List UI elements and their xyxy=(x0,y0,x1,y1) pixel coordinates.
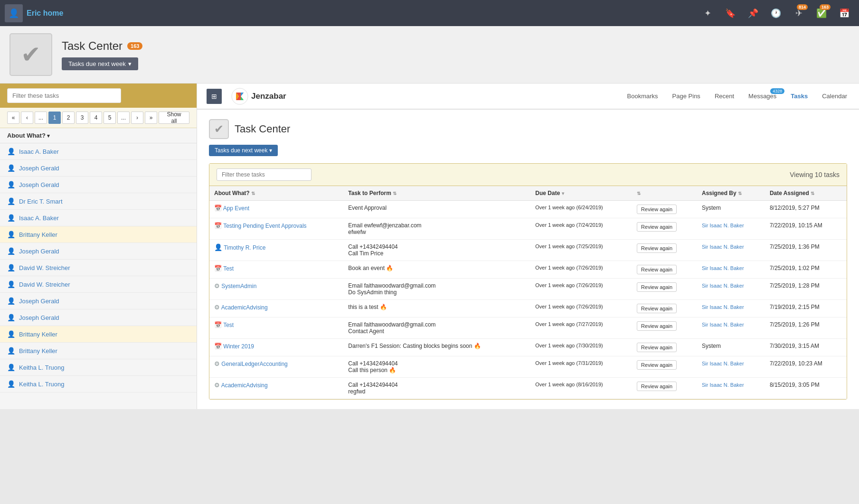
about-what-link[interactable]: Timothy R. Price xyxy=(224,244,265,251)
person-icon: 👤 xyxy=(7,181,15,188)
ellipsis-1[interactable]: ... xyxy=(35,112,47,124)
ellipsis-2[interactable]: ... xyxy=(117,112,130,124)
list-item[interactable]: 👤 Keitha L. Truong xyxy=(0,359,197,376)
tasks-filter-input[interactable] xyxy=(217,168,312,181)
page-1-btn[interactable]: 1 xyxy=(48,112,61,124)
topbar-page-pins[interactable]: Page Pins xyxy=(670,90,703,102)
assigned-by-link[interactable]: Sir Isaac N. Baker xyxy=(702,382,744,388)
col-date-assigned[interactable]: Date Assigned ⇅ xyxy=(765,186,847,201)
checkmark-icon-btn[interactable]: ✅163 xyxy=(812,3,831,23)
about-what-link[interactable]: App Event xyxy=(223,205,249,212)
topbar-calendar[interactable]: Calendar xyxy=(820,90,850,102)
left-panel: « ‹ ... 1 2 3 4 5 ... › » Show all About… xyxy=(0,84,197,409)
assigned-by-link[interactable]: Sir Isaac N. Baker xyxy=(702,283,744,289)
review-again-btn[interactable]: Review again xyxy=(637,205,677,214)
about-what-link[interactable]: AcademicAdvising xyxy=(221,382,268,389)
about-what-link[interactable]: SystemAdmin xyxy=(221,283,256,289)
review-again-btn[interactable]: Review again xyxy=(637,360,677,370)
filter-btn-label: Tasks due next week xyxy=(68,60,126,67)
col-task[interactable]: Task to Perform ⇅ xyxy=(343,186,530,201)
list-item[interactable]: 👤 Isaac A. Baker xyxy=(0,210,197,226)
list-item[interactable]: 👤 Dr Eric T. Smart xyxy=(0,193,197,210)
person-icon: 👤 xyxy=(7,297,15,305)
about-what-link[interactable]: Winter 2019 xyxy=(223,343,254,350)
review-again-btn[interactable]: Review again xyxy=(637,321,677,331)
last-page-btn[interactable]: » xyxy=(145,112,157,124)
about-what-link[interactable]: Test xyxy=(223,265,234,272)
prev-page-btn[interactable]: ‹ xyxy=(21,112,33,124)
sparkle-icon-btn[interactable]: ✦ xyxy=(698,3,717,23)
page-3-btn[interactable]: 3 xyxy=(76,112,88,124)
calendar-icon-btn[interactable]: 📅 xyxy=(834,3,854,23)
tasks-table: About What? ⇅ Task to Perform ⇅ Due Date… xyxy=(209,186,847,399)
topbar-recent[interactable]: Recent xyxy=(712,90,736,102)
assigned-by: System xyxy=(697,339,765,356)
page-2-btn[interactable]: 2 xyxy=(62,112,75,124)
assigned-by-link[interactable]: Sir Isaac N. Baker xyxy=(702,223,744,228)
about-what-link[interactable]: Testing Pending Event Approvals xyxy=(223,223,306,229)
table-row: 📅 Test Email faithawoodward@gmail.comCon… xyxy=(209,317,847,339)
list-item[interactable]: 👤 Isaac A. Baker xyxy=(0,143,197,160)
review-again-btn[interactable]: Review again xyxy=(637,265,677,274)
pushpin-icon-btn[interactable]: 📌 xyxy=(743,3,763,23)
clock-icon-btn[interactable]: 🕐 xyxy=(766,3,786,23)
person-icon: 👤 xyxy=(7,364,15,371)
person-icon: 👤 xyxy=(7,330,15,338)
col-assigned-by[interactable]: Assigned By ⇅ xyxy=(697,186,765,201)
chevron-down-icon: ▾ xyxy=(128,60,132,67)
page-4-btn[interactable]: 4 xyxy=(90,112,102,124)
list-item[interactable]: 👤 Brittany Keller xyxy=(0,326,197,343)
grid-menu-btn[interactable]: ⊞ xyxy=(207,89,222,104)
list-item[interactable]: 👤 David W. Streicher xyxy=(0,276,197,293)
review-again-btn[interactable]: Review again xyxy=(637,282,677,292)
filter-btn[interactable]: Tasks due next week ▾ xyxy=(62,57,138,70)
paper-plane-icon-btn[interactable]: ✈814 xyxy=(789,3,809,23)
list-item[interactable]: 👤 David W. Streicher xyxy=(0,260,197,276)
about-what-link[interactable]: AcademicAdvising xyxy=(221,304,268,311)
assigned-by-link[interactable]: Sir Isaac N. Baker xyxy=(702,361,744,366)
jenzabar-logo-icon xyxy=(231,88,248,105)
calendar-icon: 📅 xyxy=(214,222,222,229)
topbar-messages[interactable]: Messages4328 xyxy=(746,90,779,102)
col-due-date[interactable]: Due Date ▾ xyxy=(530,186,632,201)
table-row: ⚙ AcademicAdvising Call +14342494404regf… xyxy=(209,378,847,399)
task-desc: Email faithawoodward@gmail.comDo SysAdmi… xyxy=(343,279,530,300)
list-item[interactable]: 👤 Joseph Gerald xyxy=(0,293,197,309)
page-5-btn[interactable]: 5 xyxy=(104,112,116,124)
review-again-btn[interactable]: Review again xyxy=(637,222,677,232)
nav-brand[interactable]: Eric home xyxy=(27,9,63,18)
about-what-header[interactable]: About What? xyxy=(0,128,197,143)
col-about-what[interactable]: About What? ⇅ xyxy=(209,186,343,201)
assigned-by-link[interactable]: Sir Isaac N. Baker xyxy=(702,322,744,327)
assigned-by-link[interactable]: Sir Isaac N. Baker xyxy=(702,304,744,310)
topbar-tasks[interactable]: Tasks xyxy=(788,90,810,102)
about-what-link[interactable]: Test xyxy=(223,322,234,328)
task-name: Brittany Keller xyxy=(19,347,57,355)
review-again-btn[interactable]: Review again xyxy=(637,243,677,253)
list-item[interactable]: 👤 Brittany Keller xyxy=(0,343,197,359)
task-filter-btn[interactable]: Tasks due next week xyxy=(209,145,278,156)
next-page-btn[interactable]: › xyxy=(131,112,143,124)
table-row: ⚙ SystemAdmin Email faithawoodward@gmail… xyxy=(209,279,847,300)
show-all-btn[interactable]: Show all xyxy=(159,112,189,124)
search-bar-area xyxy=(0,84,197,108)
due-date: Over 1 week ago (6/24/2019) xyxy=(530,201,632,218)
first-page-btn[interactable]: « xyxy=(7,112,19,124)
assigned-by-link[interactable]: Sir Isaac N. Baker xyxy=(702,265,744,271)
user-avatar-btn[interactable]: 👤 xyxy=(5,4,23,22)
bookmark-icon-btn[interactable]: 🔖 xyxy=(720,3,740,23)
topbar-bookmarks[interactable]: Bookmarks xyxy=(625,90,661,102)
review-again-btn[interactable]: Review again xyxy=(637,343,677,352)
list-item[interactable]: 👤 Joseph Gerald xyxy=(0,177,197,193)
review-again-btn[interactable]: Review again xyxy=(637,382,677,391)
date-assigned: 7/30/2019, 3:15 AM xyxy=(765,339,847,356)
list-item[interactable]: 👤 Joseph Gerald xyxy=(0,309,197,326)
list-item[interactable]: 👤 Brittany Keller xyxy=(0,226,197,243)
assigned-by-link[interactable]: Sir Isaac N. Baker xyxy=(702,244,744,250)
review-again-btn[interactable]: Review again xyxy=(637,304,677,313)
list-item[interactable]: 👤 Joseph Gerald xyxy=(0,243,197,260)
list-item[interactable]: 👤 Joseph Gerald xyxy=(0,160,197,177)
list-item[interactable]: 👤 Keitha L. Truong xyxy=(0,376,197,392)
about-what-link[interactable]: GeneralLedgerAccounting xyxy=(221,361,287,367)
search-input[interactable] xyxy=(7,88,121,103)
